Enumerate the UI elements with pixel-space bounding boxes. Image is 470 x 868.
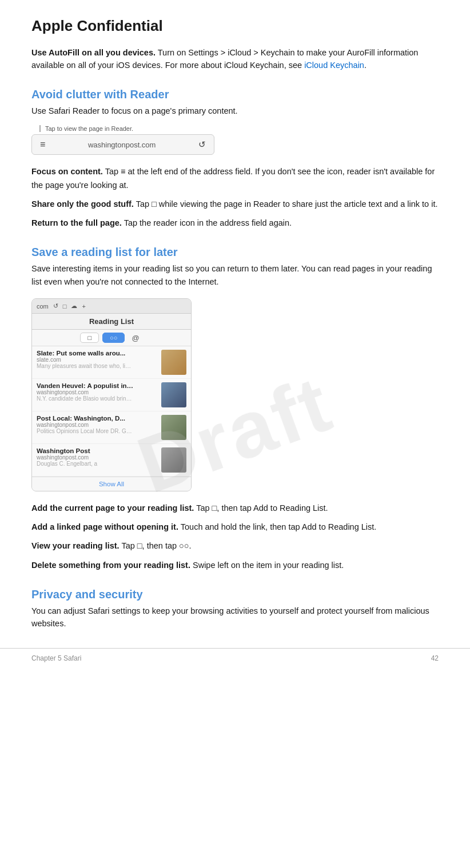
rl-toolbar-back: com xyxy=(37,303,49,310)
list-item: Washington Post washingtonpost.com Dougl… xyxy=(32,444,191,477)
section-reader: Avoid clutter with Reader Use Safari Rea… xyxy=(31,88,439,230)
footer: Chapter 5 Safari 42 xyxy=(0,648,470,662)
rl-item-desc-2: N.Y. candidate de Blasio would bring cha… xyxy=(37,395,134,402)
section-reading-list: Save a reading list for later Save inter… xyxy=(31,246,439,572)
rl-tab-reading-list[interactable]: ○○ xyxy=(102,333,125,343)
rl-item-url-4: washingtonpost.com xyxy=(37,454,157,461)
view-reading-list-paragraph: View your reading list. Tap □, then tap … xyxy=(31,539,439,553)
delete-reading-list-text: Swipe left on the item in your reading l… xyxy=(193,561,344,570)
view-reading-list-text: Tap □, then tap ○○. xyxy=(121,541,191,550)
focus-paragraph: Focus on content. Tap ≡ at the left end … xyxy=(31,165,439,191)
add-linked-paragraph: Add a linked page without opening it. To… xyxy=(31,521,439,534)
rl-item-thumb-1 xyxy=(161,350,186,375)
rl-toolbar-refresh: ↺ xyxy=(53,302,58,310)
rl-tab-at[interactable]: @ xyxy=(128,334,142,342)
page-container: Draft Apple Confidential Use AutoFill on… xyxy=(0,0,470,673)
rl-toolbar-box: □ xyxy=(63,303,67,310)
reading-list-heading: Save a reading list for later xyxy=(31,246,439,259)
rl-item-text-1: Slate: Put some walls arou... slate.com … xyxy=(37,350,157,369)
rl-item-text-2: Vanden Heuvel: A populist insurgency i..… xyxy=(37,382,157,402)
rl-item-title-3: Post Local: Washington, D... xyxy=(37,415,134,422)
list-item: Slate: Put some walls arou... slate.com … xyxy=(32,346,191,379)
rl-item-url-2: washingtonpost.com xyxy=(37,389,157,395)
thumb-img-3 xyxy=(161,415,186,440)
focus-label: Focus on content. xyxy=(31,167,103,176)
reader-icon: ≡ xyxy=(40,139,45,150)
rl-toolbar-plus: + xyxy=(82,303,85,310)
delete-reading-list-paragraph: Delete something from your reading list.… xyxy=(31,559,439,572)
reading-list-mockup: com ↺ □ ☁ + Reading List □ ○○ @ Slate: P… xyxy=(31,298,192,491)
rl-item-title-2: Vanden Heuvel: A populist insurgency i..… xyxy=(37,382,134,389)
rl-item-desc-3: Politics Opinions Local More DR. GRIDLOC… xyxy=(37,428,134,434)
thumb-img-1 xyxy=(161,350,186,375)
thumb-img-2 xyxy=(161,382,186,407)
add-linked-text: Touch and hold the link, then tap Add to… xyxy=(181,522,377,531)
rl-item-desc-1: Many pleasures await those who, like me,… xyxy=(37,363,134,369)
browser-address: washingtonpost.com xyxy=(51,141,193,149)
rl-item-url-3: washingtonpost.com xyxy=(37,422,157,428)
intro-paragraph: Use AutoFill on all you devices. Turn on… xyxy=(31,46,439,72)
rl-tab-bookmarks[interactable]: □ xyxy=(80,333,99,343)
rl-item-url-1: slate.com xyxy=(37,357,157,363)
footer-page: 42 xyxy=(431,654,439,662)
footer-chapter: Chapter 5 Safari xyxy=(31,654,81,662)
return-paragraph: Return to the full page. Tap the reader … xyxy=(31,217,439,230)
reader-subtitle: Use Safari Reader to focus on a page's p… xyxy=(31,105,439,117)
callout-label: Tap to view the page in Reader. xyxy=(39,125,439,132)
list-item: Vanden Heuvel: A populist insurgency i..… xyxy=(32,379,191,411)
thumb-img-4 xyxy=(161,447,186,473)
rl-header: Reading List xyxy=(32,314,191,330)
rl-item-thumb-2 xyxy=(161,382,186,407)
rl-item-thumb-4 xyxy=(161,447,186,473)
autofill-bold: Use AutoFill on all you devices. xyxy=(31,48,156,57)
share-text: Tap □ while viewing the page in Reader t… xyxy=(136,199,438,209)
list-item: Post Local: Washington, D... washingtonp… xyxy=(32,411,191,444)
rl-item-title-4: Washington Post xyxy=(37,447,134,454)
reading-list-subtitle: Save interesting items in your reading l… xyxy=(31,262,439,288)
rl-toolbar-cloud: ☁ xyxy=(71,302,77,310)
rl-toolbar: com ↺ □ ☁ + xyxy=(32,299,191,314)
refresh-icon: ↺ xyxy=(198,139,206,150)
share-paragraph: Share only the good stuff. Tap □ while v… xyxy=(31,198,439,211)
add-linked-label: Add a linked page without opening it. xyxy=(31,522,178,531)
browser-mockup: ≡ washingtonpost.com ↺ xyxy=(31,134,214,155)
add-current-paragraph: Add the current page to your reading lis… xyxy=(31,502,439,515)
add-current-label: Add the current page to your reading lis… xyxy=(31,503,194,513)
icloud-keychain-link[interactable]: iCloud Keychain xyxy=(304,61,364,70)
add-current-text: Tap □, then tap Add to Reading List. xyxy=(196,503,328,513)
privacy-subtitle: You can adjust Safari settings to keep y… xyxy=(31,605,439,630)
privacy-heading: Privacy and security xyxy=(31,588,439,601)
page-title: Apple Confidential xyxy=(31,17,439,35)
return-text: Tap the reader icon in the address field… xyxy=(124,218,292,227)
rl-item-title-1: Slate: Put some walls arou... xyxy=(37,350,134,357)
rl-item-thumb-3 xyxy=(161,415,186,440)
rl-item-desc-4: Douglas C. Engelbart, a xyxy=(37,461,134,467)
rl-item-text-3: Post Local: Washington, D... washingtonp… xyxy=(37,415,157,434)
view-reading-list-label: View your reading list. xyxy=(31,541,120,550)
rl-show-all[interactable]: Show All xyxy=(32,477,191,491)
share-label: Share only the good stuff. xyxy=(31,199,134,209)
reader-heading: Avoid clutter with Reader xyxy=(31,88,439,101)
rl-item-text-4: Washington Post washingtonpost.com Dougl… xyxy=(37,447,157,467)
delete-reading-list-label: Delete something from your reading list. xyxy=(31,561,190,570)
rl-tabs: □ ○○ @ xyxy=(32,330,191,346)
return-label: Return to the full page. xyxy=(31,218,122,227)
intro-period: . xyxy=(364,61,367,70)
section-privacy: Privacy and security You can adjust Safa… xyxy=(31,588,439,630)
rl-items-list: Slate: Put some walls arou... slate.com … xyxy=(32,346,191,477)
